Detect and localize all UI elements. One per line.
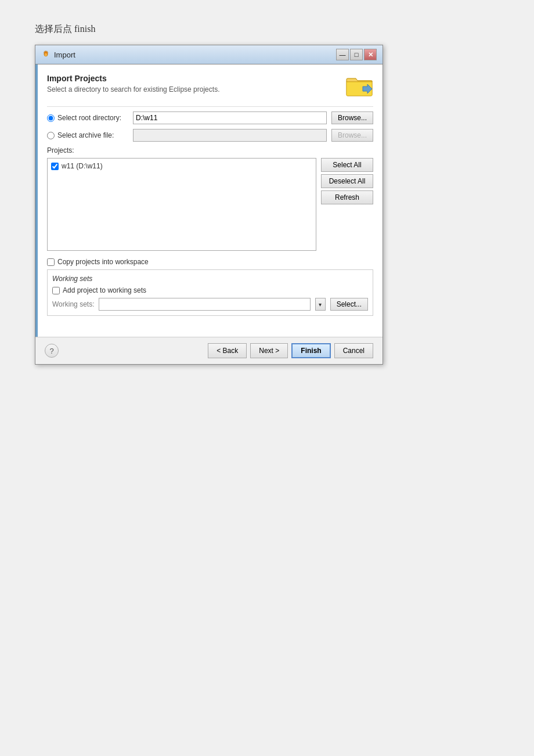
footer-left: ? <box>45 344 59 358</box>
dialog-content: Import Projects Select a directory to se… <box>35 64 383 337</box>
dialog-heading: Import Projects <box>47 74 219 83</box>
next-button[interactable]: Next > <box>250 343 288 358</box>
separator-1 <box>47 106 373 107</box>
projects-area: w11 (D:\w11) Select All Deselect All Ref… <box>47 158 373 251</box>
deselect-all-button[interactable]: Deselect All <box>321 174 373 188</box>
minimize-button[interactable]: — <box>336 49 349 60</box>
dialog-body: Import Projects Select a directory to se… <box>35 64 383 337</box>
archive-file-row: Select archive file: Browse... <box>47 129 373 142</box>
working-sets-input[interactable] <box>99 298 310 311</box>
working-sets-row: Working sets: ▾ Select... <box>52 298 368 311</box>
dialog-subtitle: Select a directory to search for existin… <box>47 85 219 93</box>
finish-button[interactable]: Finish <box>291 343 330 358</box>
dialog-titlebar: Import — □ ✕ <box>35 45 383 64</box>
left-accent-bar <box>35 64 38 337</box>
working-sets-title: Working sets <box>52 275 368 283</box>
projects-label: Projects: <box>47 146 373 154</box>
help-button[interactable]: ? <box>45 344 59 358</box>
close-button[interactable]: ✕ <box>364 49 377 60</box>
options-section: Copy projects into workspace Working set… <box>47 258 373 316</box>
root-dir-radio[interactable] <box>47 114 55 122</box>
archive-file-radio[interactable] <box>47 132 55 139</box>
dialog-footer: ? < Back Next > Finish Cancel <box>35 337 383 364</box>
import-icon <box>41 50 50 59</box>
root-dir-label: Select root directory: <box>47 114 128 122</box>
browse-archive-button[interactable]: Browse... <box>331 129 373 142</box>
archive-file-input[interactable] <box>133 129 327 142</box>
working-sets-select-button[interactable]: Select... <box>330 298 368 311</box>
folder-icon <box>345 74 373 97</box>
working-sets-label: Working sets: <box>52 300 94 308</box>
copy-projects-checkbox[interactable] <box>47 258 55 266</box>
back-button[interactable]: < Back <box>208 343 247 358</box>
title-left: Import <box>41 50 75 59</box>
refresh-button[interactable]: Refresh <box>321 190 373 204</box>
dialog-header: Import Projects Select a directory to se… <box>47 74 373 97</box>
root-dir-input[interactable] <box>133 111 327 124</box>
archive-file-label: Select archive file: <box>47 131 128 139</box>
project-name: w11 (D:\w11) <box>62 162 103 170</box>
cancel-button[interactable]: Cancel <box>334 343 373 358</box>
select-all-button[interactable]: Select All <box>321 158 373 172</box>
copy-projects-label: Copy projects into workspace <box>47 258 373 266</box>
project-checkbox[interactable] <box>51 163 59 170</box>
project-item: w11 (D:\w11) <box>51 162 312 170</box>
working-sets-dropdown[interactable]: ▾ <box>315 298 326 311</box>
maximize-button[interactable]: □ <box>350 49 363 60</box>
working-sets-group: Working sets Add project to working sets… <box>47 269 373 316</box>
add-working-sets-label: Add project to working sets <box>52 286 368 294</box>
page-instruction: 选择后点 finish <box>35 23 499 35</box>
dialog-title: Import <box>54 51 75 59</box>
add-working-sets-checkbox[interactable] <box>52 287 60 294</box>
projects-list[interactable]: w11 (D:\w11) <box>47 158 316 251</box>
svg-point-2 <box>45 54 46 55</box>
root-dir-row: Select root directory: Browse... <box>47 111 373 124</box>
spacer <box>47 316 373 327</box>
footer-right: < Back Next > Finish Cancel <box>208 343 373 358</box>
dialog-header-text: Import Projects Select a directory to se… <box>47 74 219 93</box>
import-dialog: Import — □ ✕ Import Projects Select a di… <box>35 45 383 365</box>
titlebar-buttons: — □ ✕ <box>336 49 377 60</box>
browse-root-button[interactable]: Browse... <box>331 111 373 124</box>
projects-buttons: Select All Deselect All Refresh <box>321 158 373 251</box>
